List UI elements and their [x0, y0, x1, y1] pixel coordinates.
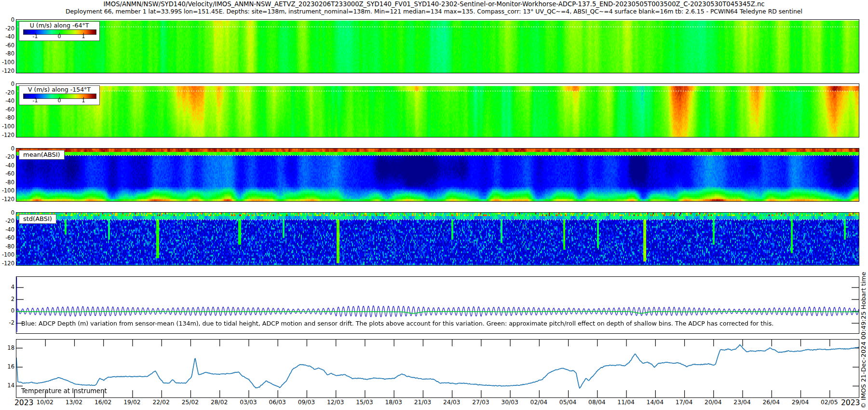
x-tick-label: 09/03: [298, 399, 315, 406]
y-tick-label: 18: [0, 345, 14, 351]
y-tick-label: -120: [0, 260, 14, 266]
x-tick-label: 25/02: [182, 399, 199, 406]
x-tick-label: 26/04: [763, 399, 780, 406]
y-tick-label: -60: [0, 235, 14, 241]
y-tick-label: -20: [0, 154, 14, 160]
y-tick-label: -40: [0, 227, 14, 232]
colorbar-tick-label: -1: [33, 98, 38, 104]
y-tick-label: -2: [0, 320, 14, 326]
x-tick-label: 06/03: [269, 399, 285, 406]
y-tick-label: -100: [0, 59, 14, 65]
mean-absi-label: mean(ABSI): [19, 150, 65, 160]
v-velocity-heatmap: [16, 84, 859, 137]
y-tick-label: -80: [0, 51, 14, 56]
panel-mean-absi: mean(ABSI): [16, 148, 859, 202]
std-absi-heatmap: [16, 213, 859, 265]
figure-title-line1: IMOS/ANMN/NSW/SYD140/Velocity/IMOS_ANMN-…: [29, 0, 839, 8]
x-tick-label: 02/04: [530, 399, 547, 406]
x-tick-label: 20/04: [705, 399, 721, 406]
y-tick-label: 16: [0, 364, 14, 369]
copyright-text: © IMOS 21-Dec-2024 00:49:25 Hobart time: [860, 272, 867, 409]
y-tick-label: -40: [0, 98, 14, 104]
y-tick-label: 4: [0, 284, 14, 290]
panel-u-velocity: U (m/s) along -64°T -101: [16, 19, 859, 73]
x-tick-label: 21/03: [414, 399, 431, 406]
panel-v-velocity: V (m/s) along -154°T -101: [16, 83, 859, 137]
y-tick-label: -120: [0, 132, 14, 138]
y-tick-label: -120: [0, 68, 14, 74]
y-tick-label: 2: [0, 296, 14, 302]
x-tick-label: 13/02: [66, 399, 82, 406]
y-tick-label: -80: [0, 179, 14, 185]
y-tick-label: -40: [0, 163, 14, 168]
colorbar-tick-label: 0: [58, 34, 61, 40]
x-axis-year-right: 2023: [841, 398, 860, 407]
x-tick-label: 27/03: [472, 399, 489, 406]
y-tick-label: -80: [0, 244, 14, 249]
y-tick-label: 0: [0, 210, 14, 216]
x-tick-label: 08/04: [588, 399, 605, 406]
y-tick-label: -100: [0, 252, 14, 258]
y-tick-label: -120: [0, 196, 14, 202]
x-tick-label: 18/03: [385, 399, 402, 406]
x-tick-label: 10/02: [37, 399, 54, 406]
x-tick-label: 05/04: [559, 399, 576, 406]
mean-absi-heatmap: [16, 149, 859, 201]
v-legend-title: V (m/s) along -154°T: [19, 86, 99, 93]
x-tick-label: 16/02: [95, 399, 111, 406]
u-colorbar-ticks: -101: [23, 34, 95, 40]
x-tick-label: 24/03: [443, 399, 460, 406]
depth-variation-annotation: Blue: ADCP Depth (m) variation from sens…: [21, 320, 773, 327]
temperature-label: Temperature at Instrument: [21, 387, 107, 395]
y-tick-label: -60: [0, 107, 14, 112]
y-tick-label: -80: [0, 115, 14, 121]
std-absi-label: std(ABSI): [19, 214, 56, 224]
y-tick-label: 0: [0, 17, 14, 23]
colorbar-tick-label: 1: [82, 98, 85, 104]
temperature-line-chart: [16, 340, 859, 397]
x-tick-label: 03/03: [240, 399, 257, 406]
panel-depth-variation: Blue: ADCP Depth (m) variation from sens…: [16, 276, 859, 334]
x-tick-label: 23/04: [733, 399, 750, 406]
u-legend-title: U (m/s) along -64°T: [19, 22, 99, 29]
colorbar-tick-label: -1: [33, 34, 38, 40]
y-tick-label: 14: [0, 383, 14, 388]
x-tick-label: 14/04: [647, 399, 664, 406]
y-tick-label: -20: [0, 218, 14, 224]
figure-header: IMOS/ANMN/NSW/SYD140/Velocity/IMOS_ANMN-…: [29, 0, 839, 15]
x-tick-label: 11/04: [617, 399, 634, 406]
figure-title-line2: Deployment 66, member 1 lat=33.99S lon=1…: [29, 8, 839, 15]
v-colorbar-ticks: -101: [23, 98, 95, 104]
x-tick-label: 30/03: [501, 399, 518, 406]
panel-temperature: Temperature at Instrument: [16, 339, 859, 398]
x-axis-year-left: 2023: [14, 398, 33, 407]
y-tick-label: -20: [0, 26, 14, 31]
y-tick-label: -60: [0, 42, 14, 48]
adcp-deployment-figure: IMOS/ANMN/NSW/SYD140/Velocity/IMOS_ANMN-…: [0, 0, 868, 410]
x-tick-label: 22/02: [152, 399, 169, 406]
x-tick-label: 12/03: [327, 399, 344, 406]
panel-std-absi: std(ABSI): [16, 212, 859, 266]
y-tick-label: 0: [0, 146, 14, 151]
y-tick-label: -40: [0, 34, 14, 40]
y-tick-label: 0: [0, 308, 14, 314]
x-tick-label: 19/02: [123, 399, 140, 406]
u-velocity-heatmap: [16, 20, 859, 73]
y-tick-label: -100: [0, 188, 14, 193]
y-tick-label: -100: [0, 123, 14, 129]
x-tick-label: 02/05: [821, 399, 838, 406]
colorbar-tick-label: 0: [58, 98, 61, 104]
x-tick-label: 17/04: [676, 399, 692, 406]
u-colorbar-legend: U (m/s) along -64°T -101: [19, 21, 100, 41]
y-tick-label: -20: [0, 90, 14, 96]
colorbar-tick-label: 1: [82, 34, 85, 40]
v-colorbar-legend: V (m/s) along -154°T -101: [19, 85, 100, 105]
x-tick-label: 15/03: [356, 399, 373, 406]
x-tick-label: 28/02: [211, 399, 228, 406]
y-tick-label: -60: [0, 171, 14, 177]
x-tick-label: 29/04: [792, 399, 809, 406]
y-tick-label: 0: [0, 81, 14, 87]
